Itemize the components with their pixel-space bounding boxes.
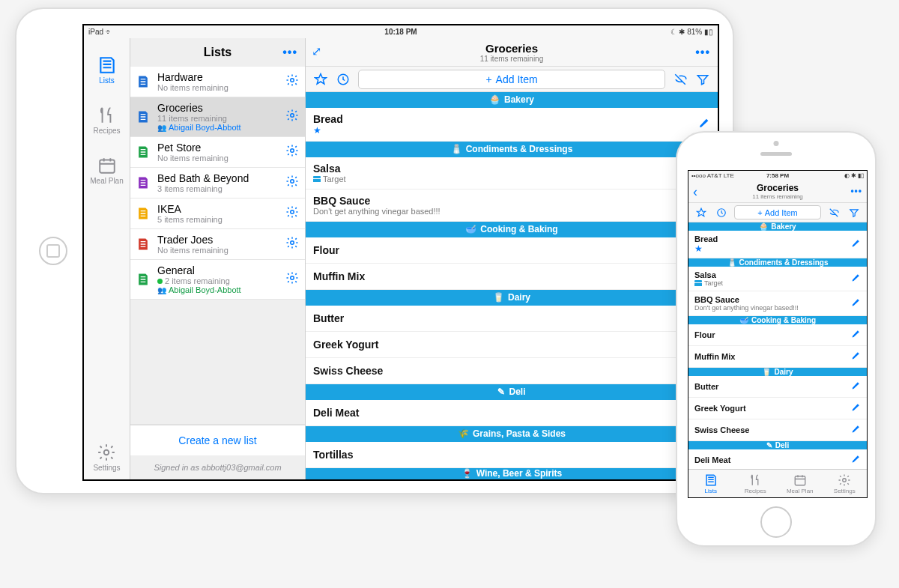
- iph-add-item-button[interactable]: + Add Item: [734, 205, 821, 219]
- list-name: Bed Bath & Beyond: [157, 172, 279, 184]
- list-settings-button[interactable]: [285, 73, 299, 90]
- section-title: Deli: [509, 387, 525, 397]
- iphone-tabbar: Lists Recipes Meal Plan Settings: [688, 469, 867, 497]
- list-row[interactable]: IKEA5 items remaining: [130, 198, 305, 229]
- list-settings-button[interactable]: [285, 144, 299, 160]
- list-settings-button[interactable]: [285, 271, 299, 288]
- iph-filter-button[interactable]: [847, 205, 862, 220]
- tab-lists[interactable]: Lists: [97, 55, 117, 85]
- grocery-item[interactable]: Flour: [306, 237, 718, 264]
- list-row[interactable]: General2 items remaining👥Abigail Boyd-Ab…: [130, 260, 305, 300]
- list-settings-button[interactable]: [285, 205, 299, 222]
- filter-button[interactable]: [695, 72, 710, 87]
- grocery-item[interactable]: BBQ SauceDon't get anything vinegar base…: [688, 291, 867, 316]
- edit-item-button[interactable]: [851, 272, 861, 285]
- iph-tab-lists[interactable]: Lists: [688, 470, 733, 497]
- grocery-item[interactable]: Deli Meat: [688, 449, 867, 469]
- grocery-item[interactable]: Greek Yogurt: [688, 398, 867, 419]
- grocery-item[interactable]: Muffin Mix: [306, 264, 718, 290]
- iphone-speaker: [760, 152, 792, 156]
- item-name: Greek Yogurt: [694, 404, 851, 413]
- edit-item-button[interactable]: [851, 237, 861, 251]
- section-icon: 🧁: [489, 94, 500, 105]
- tab-recipes-label: Recipes: [93, 127, 120, 135]
- grocery-item[interactable]: Flour: [688, 324, 867, 346]
- section-title: Grains, Pasta & Sides: [473, 428, 566, 439]
- list-row[interactable]: HardwareNo items remaining: [130, 67, 305, 97]
- list-row[interactable]: Trader JoesNo items remaining: [130, 229, 305, 260]
- hide-completed-button[interactable]: [673, 72, 688, 87]
- tab-settings[interactable]: Settings: [93, 443, 120, 472]
- grocery-item[interactable]: BBQ SauceDon't get anything vinegar base…: [306, 190, 718, 222]
- expand-button[interactable]: ⤢: [312, 44, 321, 58]
- item-name: Flour: [313, 244, 698, 256]
- item-name: Salsa: [313, 163, 698, 175]
- edit-item-button[interactable]: [698, 117, 710, 132]
- add-item-button[interactable]: + Add Item: [358, 70, 665, 89]
- section-icon: 🍷: [461, 468, 473, 479]
- item-info: Butter: [694, 382, 851, 391]
- iph-hide-button[interactable]: [826, 205, 841, 220]
- create-list-button[interactable]: Create a new list: [130, 424, 305, 455]
- grocery-item[interactable]: Butter: [306, 306, 718, 332]
- tab-recipes[interactable]: Recipes: [93, 106, 120, 135]
- detail-more-button[interactable]: •••: [695, 46, 710, 59]
- lists-title: Lists: [204, 46, 231, 59]
- list-text: IKEA5 items remaining: [157, 203, 279, 224]
- favorite-button[interactable]: [313, 72, 328, 87]
- grocery-item[interactable]: SalsaTarget: [306, 157, 718, 190]
- star-icon: ★: [694, 243, 703, 254]
- list-settings-button[interactable]: [285, 236, 299, 252]
- iph-tab-settings[interactable]: Settings: [823, 470, 868, 497]
- edit-item-button[interactable]: [851, 297, 861, 310]
- grocery-item[interactable]: Tortillas: [306, 442, 718, 468]
- tab-lists-label: Lists: [99, 76, 115, 85]
- list-row[interactable]: Bed Bath & Beyond3 items remaining: [130, 168, 305, 198]
- iph-tab-recipes[interactable]: Recipes: [733, 470, 778, 497]
- iphone-title: Groceries: [757, 183, 799, 193]
- list-settings-button[interactable]: [285, 175, 299, 191]
- list-sub: 3 items remaining: [157, 184, 279, 193]
- grocery-item[interactable]: Deli Meat: [306, 400, 718, 426]
- section-title: Cooking & Baking: [480, 224, 557, 234]
- iph-favorite-button[interactable]: [694, 205, 709, 220]
- grocery-item[interactable]: Swiss Cheese: [688, 419, 867, 441]
- item-name: Bread: [313, 113, 698, 125]
- grocery-item[interactable]: Greek Yogurt: [306, 332, 718, 358]
- edit-item-button[interactable]: [851, 401, 861, 415]
- edit-item-button[interactable]: [851, 350, 861, 363]
- iph-tab-mealplan[interactable]: Meal Plan: [778, 470, 823, 497]
- lists-more-button[interactable]: •••: [282, 46, 297, 59]
- tab-mealplan-label: Meal Plan: [90, 177, 123, 185]
- iph-recent-button[interactable]: [714, 205, 729, 220]
- list-row[interactable]: Groceries11 items remaining👥Abigail Boyd…: [130, 97, 305, 137]
- groceries-scroll[interactable]: 🧁BakeryBread★🧂Condiments & DressingsSals…: [306, 92, 718, 479]
- recent-button[interactable]: [336, 72, 351, 87]
- grocery-item[interactable]: Bread★: [688, 231, 867, 258]
- grocery-item[interactable]: Bread★: [306, 108, 718, 142]
- edit-item-button[interactable]: [851, 453, 861, 467]
- edit-item-button[interactable]: [851, 328, 861, 342]
- iphone-more-button[interactable]: •••: [850, 186, 862, 196]
- ipad-home-button[interactable]: [39, 237, 67, 265]
- detail-subtitle: 11 items remaining: [480, 55, 543, 63]
- calendar-icon: [793, 473, 807, 487]
- detail-title: Groceries: [485, 42, 538, 55]
- grocery-item[interactable]: Muffin Mix: [688, 346, 867, 368]
- list-settings-button[interactable]: [285, 109, 299, 125]
- back-button[interactable]: ‹: [693, 184, 697, 200]
- grocery-item[interactable]: Butter: [688, 376, 867, 398]
- item-name: BBQ Sauce: [313, 195, 698, 207]
- edit-item-button[interactable]: [851, 380, 861, 393]
- status-left: iPad ᯤ: [88, 28, 113, 36]
- iphone-home-button[interactable]: [760, 506, 792, 538]
- item-name: Swiss Cheese: [694, 425, 851, 434]
- iphone-groceries-scroll[interactable]: 🧁BakeryBread★🧂Condiments & DressingsSals…: [688, 222, 867, 469]
- list-text: General2 items remaining👥Abigail Boyd-Ab…: [157, 264, 279, 294]
- grocery-item[interactable]: SalsaTarget: [688, 267, 867, 291]
- tab-mealplan[interactable]: Meal Plan: [90, 156, 123, 185]
- list-row[interactable]: Pet StoreNo items remaining: [130, 137, 305, 168]
- grocery-item[interactable]: Swiss Cheese: [306, 358, 718, 384]
- lists-scroll[interactable]: HardwareNo items remainingGroceries11 it…: [130, 67, 305, 424]
- edit-item-button[interactable]: [851, 423, 861, 437]
